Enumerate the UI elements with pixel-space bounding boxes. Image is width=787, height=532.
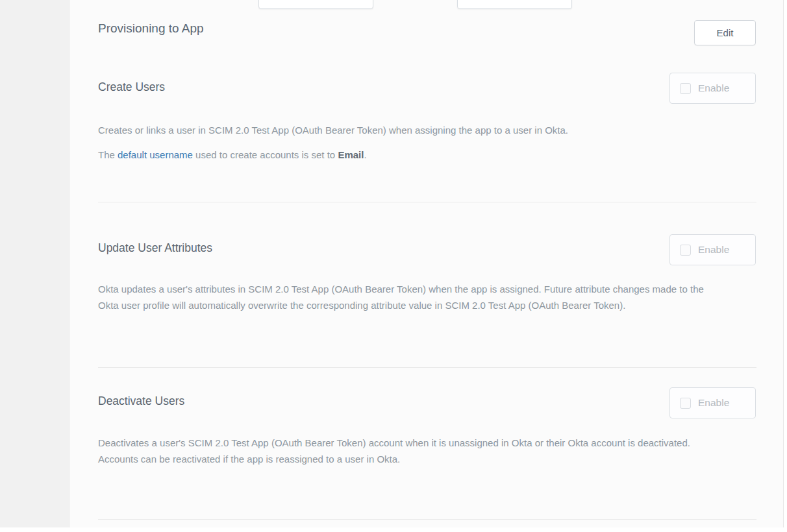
section-divider <box>98 202 756 202</box>
default-username-link[interactable]: default username <box>118 149 193 160</box>
enable-checkbox-icon[interactable] <box>680 245 691 256</box>
enable-label: Enable <box>698 244 729 256</box>
note-suffix: . <box>364 149 366 160</box>
enable-checkbox-icon[interactable] <box>680 83 691 94</box>
note-value: Email <box>338 149 364 160</box>
section-divider <box>98 519 756 520</box>
create-users-description: Creates or links a user in SCIM 2.0 Test… <box>98 122 568 138</box>
enable-toggle-deactivate-users[interactable]: Enable <box>669 387 756 418</box>
app-frame: Provisioning to App Edit Create Users En… <box>0 0 787 527</box>
edit-button[interactable]: Edit <box>694 20 756 45</box>
truncated-field-right[interactable] <box>457 0 572 9</box>
section-title-deactivate-users: Deactivate Users <box>98 394 184 408</box>
truncated-field-left[interactable] <box>258 0 373 9</box>
section-divider <box>98 367 756 368</box>
left-sidebar <box>0 0 69 527</box>
enable-toggle-update-user-attributes[interactable]: Enable <box>669 234 756 265</box>
enable-label: Enable <box>698 397 729 409</box>
update-user-attributes-description: Okta updates a user's attributes in SCIM… <box>98 281 716 313</box>
note-middle: used to create accounts is set to <box>193 149 338 160</box>
section-title-update-user-attributes: Update User Attributes <box>98 241 212 255</box>
page-title: Provisioning to App <box>98 21 204 36</box>
create-users-note: The default username used to create acco… <box>98 147 367 163</box>
section-title-create-users: Create Users <box>98 80 165 94</box>
note-prefix: The <box>98 149 118 160</box>
enable-toggle-create-users[interactable]: Enable <box>669 73 756 104</box>
enable-label: Enable <box>698 82 729 94</box>
provisioning-panel: Provisioning to App Edit Create Users En… <box>70 0 784 527</box>
enable-checkbox-icon[interactable] <box>680 398 691 409</box>
deactivate-users-description: Deactivates a user's SCIM 2.0 Test App (… <box>98 435 716 467</box>
